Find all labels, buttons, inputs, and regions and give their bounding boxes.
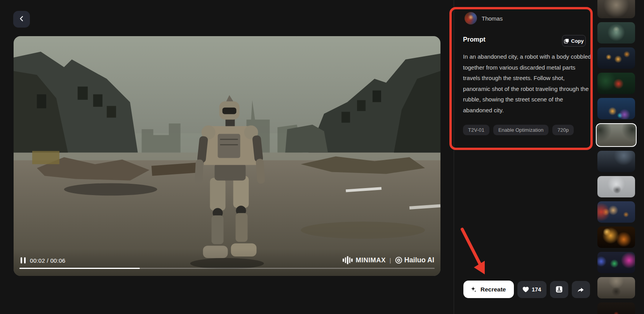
sparkle-icon [470, 286, 477, 293]
thumbnail-black-swan[interactable] [597, 176, 635, 197]
tag-t2v-01: T2V-01 [463, 125, 489, 135]
prompt-heading: Prompt [463, 36, 486, 43]
save-button[interactable] [550, 281, 568, 298]
video-player[interactable]: 00:02 / 00:06 MINIMAX | Hailuo AI [14, 36, 440, 276]
like-count: 174 [532, 286, 541, 293]
prompt-text: In an abandoned city, a robot with a bod… [463, 51, 592, 115]
copy-button[interactable]: Copy [562, 35, 586, 47]
chevron-left-icon [19, 16, 25, 23]
annotation-arrow [454, 223, 497, 280]
watermark: MINIMAX | Hailuo AI [343, 256, 434, 264]
save-to-album-icon [555, 286, 563, 293]
tag-row: T2V-01Enable Optimization720p [463, 125, 574, 135]
thumbnail-faded-tavern-scene[interactable] [597, 0, 635, 18]
thumbnail-circus-girl[interactable] [597, 201, 635, 223]
heart-icon [522, 286, 529, 293]
thumbnail-fire-figure[interactable] [597, 227, 635, 248]
thumbnail-winter-lantern-night[interactable] [597, 47, 635, 69]
avatar [465, 12, 477, 24]
thumbnail-man-monument[interactable] [597, 277, 635, 298]
watermark-minimax: MINIMAX [356, 256, 386, 264]
user-row[interactable]: Thomas [465, 12, 503, 24]
thumbnail-owl-lantern-fantasy[interactable] [597, 98, 635, 119]
thumbnail-woman-portrait-teal[interactable] [597, 22, 635, 44]
thumbnail-robot-ruined-city[interactable] [596, 123, 637, 147]
tag-720p: 720p [552, 125, 574, 135]
video-time: 00:02 / 00:06 [30, 257, 66, 264]
thumbnail-dark-forest-red[interactable] [597, 302, 635, 314]
share-arrow-icon [577, 286, 585, 293]
progress-fill [19, 268, 140, 269]
copy-icon [564, 38, 569, 44]
panel-divider [454, 0, 454, 314]
thumbnail-storm-mountains[interactable] [597, 151, 635, 172]
hailuo-spiral-circle-icon [395, 256, 402, 264]
share-button[interactable] [572, 281, 590, 298]
watermark-divider: | [390, 257, 391, 263]
back-button[interactable] [13, 11, 30, 28]
thumbnail-rail [597, 0, 635, 314]
user-name: Thomas [482, 15, 503, 22]
pause-icon[interactable] [21, 257, 26, 263]
video-frame-ruined-city-robot [14, 36, 440, 276]
thumbnail-cyberpunk-neon[interactable] [597, 252, 635, 273]
thumbnail-red-parrot-jungle[interactable] [597, 73, 635, 94]
minimax-waveform-icon [343, 256, 353, 264]
tag-enable-optimization: Enable Optimization [493, 125, 548, 135]
progress-bar[interactable] [19, 268, 435, 269]
like-button[interactable]: 174 [517, 281, 547, 298]
recreate-button[interactable]: Recreate [463, 281, 514, 298]
watermark-hailuo: Hailuo AI [395, 256, 434, 264]
action-row: Recreate 174 [463, 281, 590, 298]
